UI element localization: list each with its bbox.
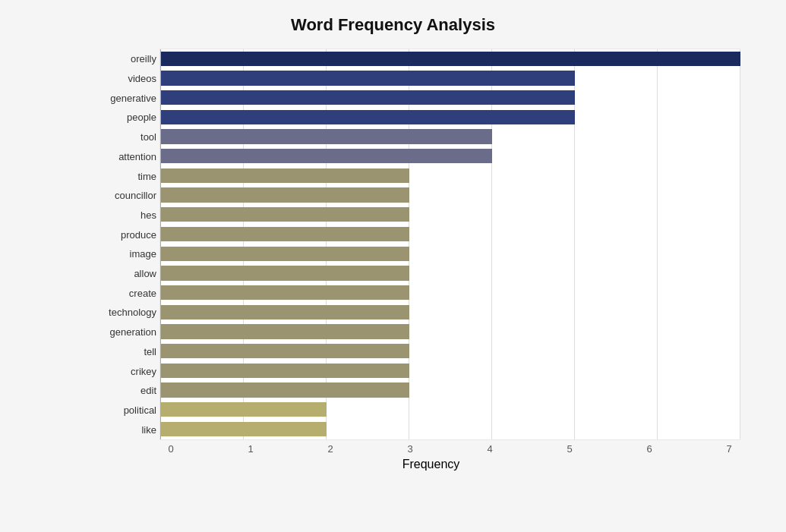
bar-fill [161,168,409,183]
bar-fill [161,52,740,66]
bar-fill [161,227,409,241]
bar-label: like [141,423,156,436]
bar-label: crikey [131,364,156,378]
bar-label: videos [128,72,156,86]
bar-fill [161,422,327,436]
bar-label: generative [110,91,156,105]
bar-fill [161,285,409,300]
x-tick-label: 3 [399,443,421,455]
x-tick-label: 2 [319,443,342,455]
bar-label: allow [134,267,156,281]
bar-label: create [129,286,156,300]
chart-title: Word Frequency Analysis [46,15,740,35]
grid-line [740,49,740,439]
bar-fill [161,247,409,261]
bar-label: produce [121,228,156,241]
y-axis-labels [84,49,159,440]
bars-area: oreillyvideosgenerativepeopletoolattenti… [160,49,740,439]
bar-label: image [130,247,156,261]
x-axis-title: Frequency [122,458,740,471]
bar-fill [161,344,409,358]
x-tick-label: 5 [558,443,581,455]
bar-label: technology [109,306,156,320]
bar-label: edit [140,384,156,398]
x-tick-label: 0 [159,443,182,455]
bar-fill [161,305,409,320]
bar-fill [161,382,409,397]
x-tick-label: 6 [638,443,661,455]
bar-label: people [127,111,156,124]
x-tick-label: 7 [718,443,740,455]
x-tick-label: 4 [478,443,501,455]
x-tick-labels: 01234567 [159,443,740,455]
bar-label: tell [144,345,156,358]
bar-fill [161,110,575,124]
bar-fill [161,71,575,85]
bar-label: attention [118,150,156,163]
chart-container: Word Frequency Analysis oreillyvideosgen… [0,0,786,532]
bar-fill [161,207,409,222]
bar-fill [161,90,575,105]
bar-label: hes [140,208,156,222]
bar-label: councillor [115,189,156,203]
x-tick-label: 1 [239,443,262,455]
bar-label: generation [110,326,156,339]
bar-fill [161,187,409,202]
bar-label: tool [140,131,156,144]
bar-fill [161,129,492,143]
bar-fill [161,402,327,417]
bar-label: political [124,403,156,417]
bar-fill [161,149,492,163]
bar-fill [161,266,409,280]
x-axis-label-text: Frequency [402,458,460,471]
bar-label: oreilly [131,52,156,66]
bar-fill [161,364,409,378]
plot-area: oreillyvideosgenerativepeopletoolattenti… [159,49,740,440]
bar-fill [161,324,409,338]
bar-label: time [137,169,156,183]
x-axis: 01234567 [159,443,740,455]
